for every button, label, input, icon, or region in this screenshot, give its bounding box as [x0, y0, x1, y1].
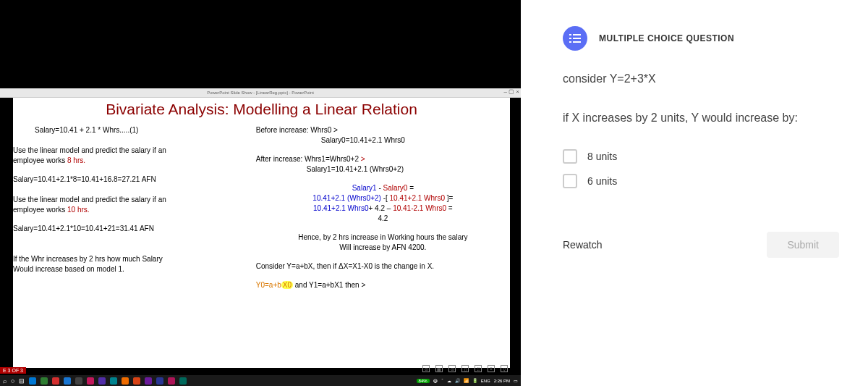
equation-2: Salary=10.41+2.1*8=10.41+16.8=27.21 AFN — [13, 175, 244, 185]
increase-question: If the Whr increases by 2 hrs how much S… — [13, 254, 244, 274]
app-icon — [168, 377, 175, 385]
ppt-icon: ≡ — [488, 365, 495, 372]
search-icon: ⌕ — [3, 377, 7, 385]
app-icon — [179, 377, 187, 385]
question-panel: MULTIPLE CHOICE QUESTION consider Y=2+3*… — [521, 0, 868, 386]
powerpoint-titlebar: PowerPoint Slide Show - [LinearReg.pptx]… — [0, 88, 521, 98]
svg-rect-5 — [573, 41, 581, 43]
battery-badge: 84% — [417, 379, 430, 383]
slide-title: Bivariate Analysis: Modelling a Linear R… — [13, 98, 510, 125]
powerpoint-icon — [133, 377, 140, 385]
checkbox-icon[interactable] — [563, 174, 577, 188]
ppt-icon: ▯ — [461, 365, 469, 372]
svg-rect-0 — [569, 34, 571, 35]
svg-rect-4 — [569, 41, 571, 43]
question-stem-2: if X increases by 2 units, Y would incre… — [563, 112, 839, 125]
ppt-icon: ▽ — [501, 365, 508, 372]
notification-icon: ▭ — [514, 378, 518, 383]
list-icon — [563, 26, 587, 51]
answer-choices: 8 units 6 units — [563, 149, 839, 188]
checkbox-icon[interactable] — [563, 149, 577, 164]
app-icon — [156, 377, 163, 385]
app-icon — [52, 377, 59, 385]
ppt-title-text: PowerPoint Slide Show - [LinearReg.pptx]… — [207, 91, 314, 95]
before-increase: Before increase: Whrs0 > Salary0=10.41+2… — [256, 125, 510, 146]
question-actions: Rewatch Submit — [563, 232, 839, 258]
edge-icon — [29, 377, 36, 385]
tray-icon: 🔊 — [455, 378, 460, 383]
hence-text: Hence, by 2 hrs increase in Working hour… — [256, 232, 510, 253]
ppt-icon: ▦ — [435, 365, 443, 372]
choice-label: 8 units — [587, 151, 617, 162]
ppt-icon: ⠿ — [475, 365, 482, 372]
svg-rect-3 — [573, 38, 581, 39]
tray-chevron-icon: ˄ — [441, 378, 443, 383]
question-stem-1: consider Y=2+3*X — [563, 72, 839, 85]
app-icon — [41, 377, 48, 385]
svg-rect-2 — [569, 38, 571, 39]
app-icon — [75, 377, 82, 385]
window-controls: – ▢ × — [503, 88, 519, 95]
predict-8hrs: Use the linear model and predict the sal… — [13, 146, 244, 166]
slide-left-column: Salary=10.41 + 2.1 * Whrs.....(1) Use th… — [13, 125, 252, 299]
cortana-icon: ○ — [11, 377, 14, 385]
tray-icon: 🔋 — [472, 378, 477, 383]
app-icon — [110, 377, 117, 385]
app-icon — [98, 377, 106, 385]
equation-1: Salary=10.41 + 2.1 * Whrs.....(1) — [13, 125, 244, 135]
after-increase: After increase: Whrs1=Whrs0+2 > Salary1=… — [256, 154, 510, 175]
video-slide-panel: PowerPoint Slide Show - [LinearReg.pptx]… — [0, 0, 521, 386]
ppt-icon: ⊙ — [422, 365, 430, 372]
slide-right-column: Before increase: Whrs0 > Salary0=10.41+2… — [252, 125, 510, 299]
equation-3: Salary=10.41+2.1*10=10.41+21=31.41 AFN — [13, 224, 244, 234]
tray-wifi-icon: 📶 — [464, 378, 469, 383]
tray-icon: ⏻ — [433, 379, 438, 383]
predict-10hrs: Use the linear model and predict the sal… — [13, 195, 244, 215]
y0-y1: Y0=a+bX0 and Y1=a+bX1 then > — [256, 280, 510, 290]
choice-6-units[interactable]: 6 units — [563, 174, 839, 188]
app-icon — [64, 377, 71, 385]
ppt-view-icons: ⊙ ▦ ⊙ ▯ ⠿ ≡ ▽ — [422, 365, 508, 372]
taskbar-tray: 84% ⏻ ˄ ☁ 🔊 📶 🔋 ENG 2:26 PM ▭ — [417, 378, 518, 383]
svg-rect-1 — [573, 34, 581, 35]
rewatch-button[interactable]: Rewatch — [563, 239, 602, 251]
consider-y: Consider Y=a+bX, then if ΔX=X1-X0 is the… — [256, 261, 510, 272]
tray-icon: ☁ — [447, 378, 451, 383]
app-icon — [87, 377, 94, 385]
app-icon — [122, 377, 129, 385]
slide-body: Salary=10.41 + 2.1 * Whrs.....(1) Use th… — [13, 125, 510, 299]
taskview-icon: ⊟ — [19, 377, 25, 385]
tray-time: 2:26 PM — [494, 379, 510, 383]
question-header: MULTIPLE CHOICE QUESTION — [563, 26, 839, 51]
choice-8-units[interactable]: 8 units — [563, 149, 839, 164]
slide-content: Bivariate Analysis: Modelling a Linear R… — [13, 98, 510, 368]
windows-taskbar: ⌕ ○ ⊟ 84% ⏻ ˄ ☁ 🔊 📶 🔋 ENG 2:26 PM ▭ — [0, 375, 521, 386]
question-type-label: MULTIPLE CHOICE QUESTION — [599, 33, 734, 43]
ppt-icon: ⊙ — [448, 365, 456, 372]
app-icon — [145, 377, 152, 385]
salary-diff: Salary1 - Salary0 = 10.41+2.1 (Whrs0+2) … — [256, 183, 510, 224]
choice-label: 6 units — [587, 175, 617, 187]
tray-lang: ENG — [481, 379, 490, 383]
slide-marker: E 3 OF 3 — [0, 367, 26, 374]
submit-button[interactable]: Submit — [767, 232, 839, 258]
